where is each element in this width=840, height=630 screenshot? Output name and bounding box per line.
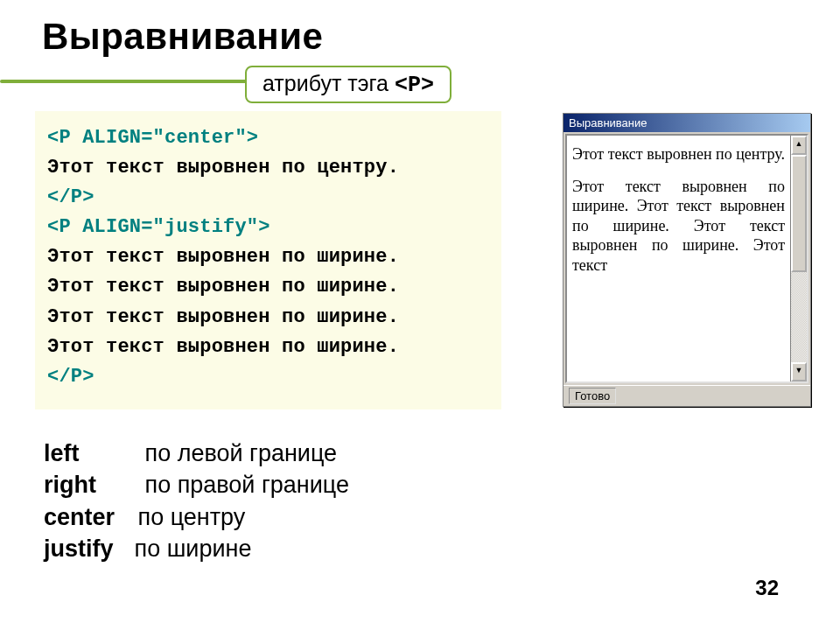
- scroll-up-icon[interactable]: ▲: [791, 136, 807, 155]
- code-line: Этот текст выровнен по центру.: [47, 153, 489, 183]
- desc-value: по ширине: [135, 536, 252, 562]
- attribute-prefix: атрибут тэга: [262, 71, 395, 95]
- desc-key: right: [44, 469, 138, 500]
- desc-value: по правой границе: [145, 472, 349, 498]
- desc-right: right по правой границе: [44, 469, 349, 500]
- code-line: Этот текст выровнен по ширине.: [47, 272, 489, 302]
- scroll-thumb[interactable]: [791, 155, 807, 272]
- code-line: <P ALIGN="center">: [47, 123, 489, 153]
- accent-line: [0, 80, 262, 83]
- browser-preview: Выравнивание Этот текст выровнен по цент…: [563, 113, 811, 407]
- page-number: 32: [755, 576, 779, 600]
- code-line: </P>: [47, 183, 489, 213]
- alignment-descriptions: left по левой границе right по правой гр…: [44, 438, 349, 565]
- browser-viewport: Этот текст выровнен по центру. Этот текс…: [565, 134, 808, 383]
- code-example: <P ALIGN="center"> Этот текст выровнен п…: [35, 111, 501, 410]
- slide-title: Выравнивание: [42, 16, 323, 58]
- attribute-tag: <P>: [395, 73, 434, 98]
- preview-justify-text: Этот текст выровнен по ширине. Этот текс…: [572, 177, 785, 276]
- code-line: Этот текст выровнен по ширине.: [47, 332, 489, 362]
- desc-value: по левой границе: [145, 440, 338, 466]
- attribute-callout: атрибут тэга <P>: [245, 66, 452, 103]
- browser-title-bar: Выравнивание: [564, 114, 810, 132]
- desc-key: left: [44, 438, 138, 469]
- preview-center-text: Этот текст выровнен по центру.: [572, 144, 785, 164]
- code-line: </P>: [47, 362, 489, 392]
- code-line: Этот текст выровнен по ширине.: [47, 242, 489, 272]
- scrollbar[interactable]: ▲ ▼: [790, 136, 807, 382]
- desc-value: по центру: [138, 504, 246, 530]
- code-line: <P ALIGN="justify">: [47, 213, 489, 242]
- code-line: Этот текст выровнен по ширине.: [47, 303, 489, 332]
- desc-key: center: [44, 501, 131, 533]
- browser-status-bar: Готово: [564, 385, 810, 406]
- desc-justify: justify по ширине: [44, 533, 349, 564]
- scroll-track[interactable]: [791, 155, 807, 362]
- status-text: Готово: [569, 388, 616, 404]
- desc-key: justify: [44, 533, 128, 564]
- desc-left: left по левой границе: [44, 438, 349, 469]
- browser-content: Этот текст выровнен по центру. Этот текс…: [567, 136, 790, 382]
- desc-center: center по центру: [44, 501, 349, 533]
- scroll-down-icon[interactable]: ▼: [791, 362, 807, 382]
